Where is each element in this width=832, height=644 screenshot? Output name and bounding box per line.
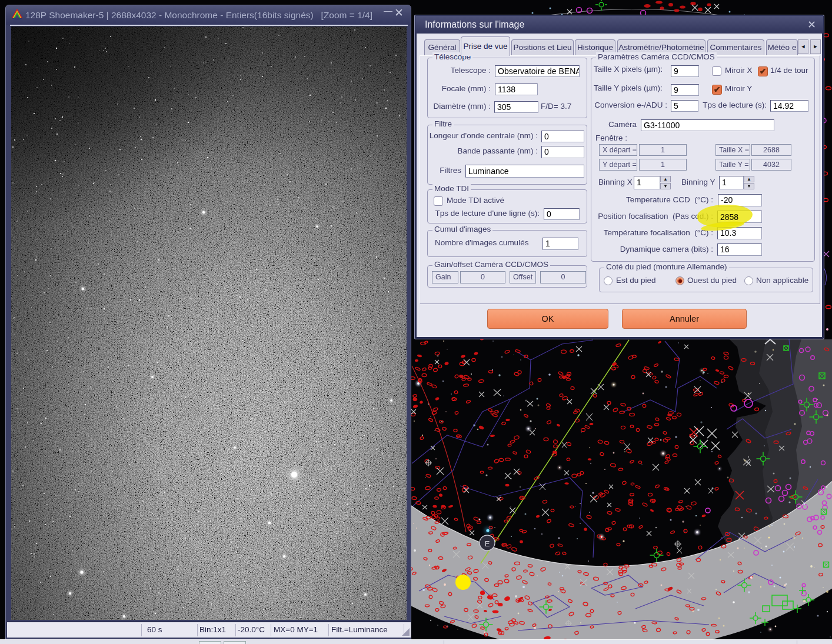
svg-text:E: E xyxy=(485,539,490,548)
